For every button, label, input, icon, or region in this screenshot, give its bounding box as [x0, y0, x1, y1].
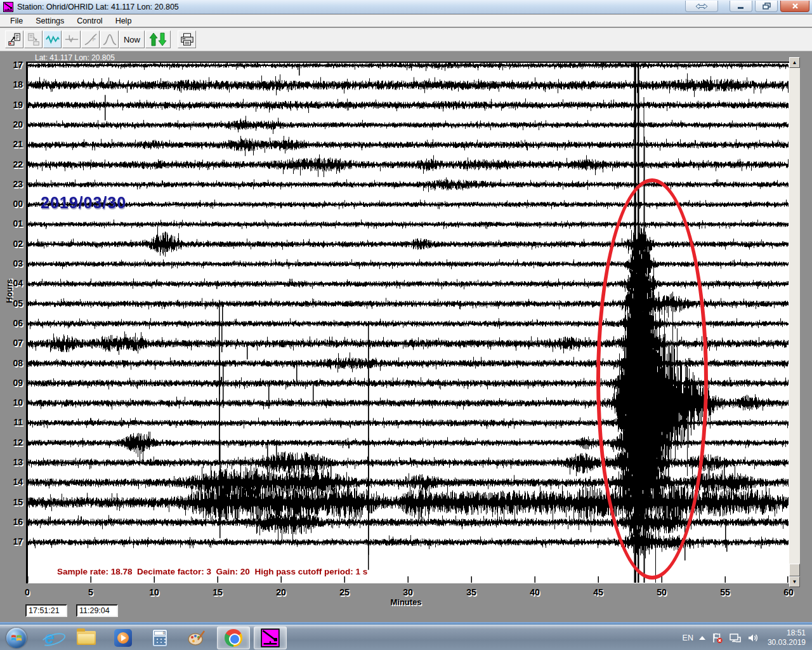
minimize-icon — [737, 3, 745, 9]
minute-label-25: 25 — [339, 587, 350, 597]
minute-label-10: 10 — [149, 587, 159, 597]
taskbar: e 0 EN — [0, 625, 812, 650]
waveform-display-button[interactable] — [43, 30, 62, 48]
internet-explorer-icon: e — [44, 630, 54, 646]
minute-label-0: 0 — [25, 587, 30, 597]
hour-label-15-22: 15 — [1, 497, 23, 507]
menu-bar: File Settings Control Help — [0, 15, 812, 27]
up-down-arrows-icon — [149, 32, 167, 47]
system-tray: EN 18:51 30.03.2019 — [683, 625, 808, 650]
hour-label-10-17: 10 — [1, 397, 23, 408]
language-indicator[interactable]: EN — [683, 633, 693, 642]
taskbar-item-internet-explorer[interactable]: e — [33, 627, 66, 649]
scroll-hours-button[interactable] — [145, 30, 171, 48]
minute-label-20: 20 — [276, 587, 286, 597]
sample-rate-text: Sample rate: 18.78 Decimate factor: 3 Ga… — [57, 567, 367, 576]
x-axis-label: Minutes — [390, 597, 421, 607]
printer-icon — [180, 32, 194, 46]
hour-label-06-13: 06 — [1, 318, 23, 328]
start-button[interactable] — [4, 627, 29, 649]
clock[interactable]: 18:51 30.03.2019 — [768, 628, 808, 647]
load-data-icon — [8, 32, 22, 46]
hour-label-22-5: 22 — [1, 159, 23, 169]
volume-icon[interactable] — [747, 632, 759, 644]
minute-label-55: 55 — [720, 587, 730, 597]
hour-label-09-16: 09 — [1, 378, 23, 388]
print-button[interactable] — [178, 30, 196, 48]
chrome-icon — [225, 629, 242, 647]
scroll-down-button[interactable]: ▼ — [789, 576, 800, 587]
response-curve-button[interactable] — [100, 30, 119, 48]
hour-label-03-10: 03 — [1, 258, 23, 269]
menu-control[interactable]: Control — [70, 15, 108, 27]
plot-latlon-label: Lat: 41.117 Lon: 20.805 — [35, 53, 115, 62]
title-bar: Station: Ohrid/OHRID Lat: 41.117 Lon: 20… — [0, 0, 812, 14]
hour-label-20-3: 20 — [1, 119, 23, 129]
duration-time-field[interactable] — [76, 604, 118, 617]
window-title: Station: Ohrid/OHRID Lat: 41.117 Lon: 20… — [17, 3, 179, 11]
windows-logo-icon — [6, 628, 27, 648]
hour-label-08-15: 08 — [1, 358, 23, 368]
close-button[interactable] — [780, 1, 809, 12]
hour-label-11-18: 11 — [1, 417, 23, 427]
taskbar-item-calculator[interactable]: 0 — [143, 627, 176, 649]
vertical-scrollbar[interactable]: ▲ ▼ — [789, 57, 800, 587]
hour-label-18-1: 18 — [1, 79, 23, 90]
hour-label-02-9: 02 — [1, 239, 23, 249]
minute-label-60: 60 — [783, 587, 794, 597]
taskbar-item-file-explorer[interactable] — [70, 627, 103, 649]
menu-file[interactable]: File — [4, 15, 29, 27]
left-right-arrows-icon — [695, 3, 708, 10]
hour-label-07-14: 07 — [1, 338, 23, 348]
phase-curve-icon: P — [83, 32, 98, 46]
load-data-button[interactable] — [5, 30, 23, 48]
filter-icon — [64, 32, 79, 46]
menu-help[interactable]: Help — [109, 15, 138, 27]
seismograph-icon — [3, 2, 13, 12]
hour-label-16-23: 16 — [1, 517, 23, 527]
phase-pick-button[interactable]: P — [81, 30, 100, 48]
paint-icon — [187, 629, 206, 647]
export-data-icon — [27, 32, 41, 46]
hour-label-17-24: 17 — [1, 536, 23, 547]
hour-label-23-6: 23 — [1, 179, 23, 189]
calculator-icon: 0 — [152, 629, 167, 647]
taskbar-item-media-player[interactable] — [107, 627, 140, 649]
minute-label-30: 30 — [403, 587, 413, 597]
filter-button[interactable] — [62, 30, 81, 48]
date-annotation: 2019/03/30 — [41, 194, 126, 212]
helicorder-canvas[interactable] — [27, 62, 789, 583]
network-icon[interactable] — [729, 632, 742, 644]
waveform-icon — [45, 32, 60, 46]
seismograph-app-icon — [261, 628, 280, 647]
toolbar: P Now — [0, 28, 812, 51]
taskbar-item-paint[interactable] — [180, 627, 213, 649]
hour-label-05-12: 05 — [1, 298, 23, 308]
export-data-button[interactable] — [24, 30, 43, 48]
minute-label-45: 45 — [593, 587, 603, 597]
close-icon — [792, 3, 799, 10]
hour-label-17-0: 17 — [1, 60, 23, 70]
hour-label-21-4: 21 — [1, 139, 23, 149]
maximize-icon — [763, 3, 771, 10]
hour-label-19-2: 19 — [1, 100, 23, 110]
action-center-flag-icon[interactable] — [711, 632, 723, 644]
menu-settings[interactable]: Settings — [29, 15, 70, 27]
maximize-button[interactable] — [755, 1, 778, 12]
helicorder-panel: Lat: 41.117 Lon: 20.805 Hours 1718192021… — [0, 51, 812, 620]
now-button-label: Now — [124, 35, 140, 44]
taskbar-item-chrome[interactable] — [217, 627, 250, 649]
minute-label-40: 40 — [530, 587, 540, 597]
hidden-icons-chevron-icon[interactable] — [699, 636, 705, 640]
minute-label-35: 35 — [466, 587, 476, 597]
scroll-up-button[interactable]: ▲ — [789, 57, 800, 68]
scrollbar-thumb[interactable] — [789, 564, 800, 576]
now-button[interactable]: Now — [119, 30, 145, 48]
hour-label-14-21: 14 — [1, 477, 23, 487]
pan-arrows-button[interactable] — [685, 1, 718, 12]
bell-curve-icon — [102, 32, 117, 46]
start-time-field[interactable] — [25, 604, 67, 617]
hour-label-13-20: 13 — [1, 457, 23, 467]
taskbar-item-seismograph-app[interactable] — [254, 627, 287, 649]
minimize-button[interactable] — [730, 1, 752, 12]
